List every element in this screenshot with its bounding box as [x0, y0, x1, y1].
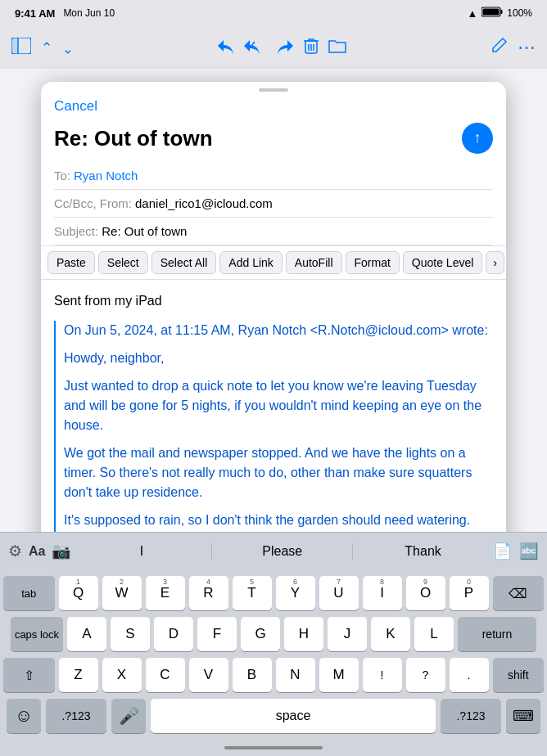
doc-icon[interactable]: 📄 — [493, 542, 513, 560]
format-button[interactable]: Format — [346, 251, 400, 274]
to-field[interactable]: To: Ryan Notch — [54, 162, 493, 190]
key-e[interactable]: 3E — [146, 576, 185, 610]
key-w[interactable]: 2W — [102, 576, 142, 610]
space-key[interactable]: space — [151, 699, 436, 733]
key-b[interactable]: B — [233, 658, 272, 692]
predictive-bar: ⚙ Aa 📷 I Please Thank 📄 🔤 — [0, 532, 547, 569]
compose-icon[interactable] — [490, 37, 508, 59]
mic-key[interactable]: 🎤 — [111, 699, 146, 733]
subject-label: Subject: — [54, 224, 98, 238]
status-icons: ▲ 100% — [467, 6, 532, 20]
cc-bcc-value: daniel_rico1@icloud.com — [135, 196, 273, 210]
num-switch-key[interactable]: .?123 — [46, 699, 106, 733]
emoji-key[interactable]: ☺ — [7, 699, 41, 733]
settings-icon[interactable]: ⚙ — [8, 542, 22, 560]
key-i[interactable]: 8I — [363, 576, 402, 610]
paste-button[interactable]: Paste — [47, 251, 95, 274]
key-t[interactable]: 5T — [233, 576, 272, 610]
forward-icon[interactable] — [275, 38, 295, 58]
cc-bcc-field[interactable]: Cc/Bcc, From: daniel_rico1@icloud.com — [54, 190, 493, 218]
edit-toolbar: Paste Select Select All Add Link AutoFil… — [41, 246, 506, 280]
key-m[interactable]: M — [319, 658, 359, 692]
key-c[interactable]: C — [146, 658, 185, 692]
delete-key[interactable]: ⌫ — [493, 576, 545, 610]
key-r[interactable]: 4R — [189, 576, 228, 610]
trash-icon[interactable] — [303, 37, 319, 59]
pred-word-2[interactable]: Please — [212, 541, 352, 562]
key-f[interactable]: F — [197, 617, 237, 651]
wifi-icon: ▲ — [467, 7, 477, 20]
key-row-3: ⇧ Z X C V B N M ! ? . shift — [3, 658, 544, 692]
status-time: 9:41 AM — [15, 7, 55, 20]
key-g[interactable]: G — [241, 617, 280, 651]
pred-word-1[interactable]: I — [71, 541, 211, 562]
quoted-p1: Howdy, neighbor, — [64, 349, 493, 368]
key-u[interactable]: 7U — [319, 576, 359, 610]
key-n[interactable]: N — [276, 658, 315, 692]
quoted-text: On Jun 5, 2024, at 11:15 AM, Ryan Notch … — [54, 321, 493, 550]
key-a[interactable]: A — [67, 617, 106, 651]
send-button[interactable]: ↑ — [462, 123, 493, 154]
svg-rect-2 — [483, 9, 500, 16]
key-k[interactable]: K — [371, 617, 410, 651]
handle-bar — [259, 88, 288, 92]
key-o[interactable]: 9O — [406, 576, 445, 610]
svg-rect-4 — [11, 38, 18, 54]
key-q[interactable]: 1Q — [59, 576, 98, 610]
autofill-button[interactable]: AutoFill — [286, 251, 342, 274]
folder-icon[interactable] — [328, 38, 347, 58]
sidebar-icon[interactable] — [11, 38, 31, 58]
more-icon[interactable]: ⋯ — [518, 37, 536, 58]
chevron-down-icon[interactable]: ⌃ — [62, 39, 74, 56]
key-period[interactable]: . — [450, 658, 489, 692]
key-bottom-row: ☺ .?123 🎤 space .?123 ⌨ — [3, 699, 544, 733]
reply-all-icon[interactable] — [244, 38, 267, 58]
pred-word-3[interactable]: Thank — [353, 541, 493, 562]
add-link-button[interactable]: Add Link — [219, 251, 282, 274]
key-row-2: caps lock A S D F G H J K L return — [3, 617, 544, 651]
key-quest[interactable]: ? — [406, 658, 445, 692]
subject-value: Re: Out of town — [102, 224, 187, 238]
emoji-icon: ☺ — [15, 705, 33, 727]
home-indicator — [0, 740, 547, 756]
return-key[interactable]: return — [458, 617, 536, 651]
key-y[interactable]: 6Y — [276, 576, 315, 610]
chevron-up-icon[interactable]: ⌃ — [41, 39, 52, 56]
battery-percent: 100% — [507, 7, 532, 19]
tab-key[interactable]: tab — [3, 576, 55, 610]
key-s[interactable]: S — [111, 617, 150, 651]
home-bar — [224, 746, 323, 749]
keyboard-icon: ⌨ — [513, 707, 534, 725]
to-label: To: — [54, 169, 70, 182]
quoted-p3: We got the mail and newspaper stopped. A… — [64, 443, 493, 502]
caps-lock-key[interactable]: caps lock — [11, 617, 63, 651]
key-p[interactable]: 0P — [450, 576, 489, 610]
select-all-button[interactable]: Select All — [151, 251, 217, 274]
keyboard-switch-key[interactable]: ⌨ — [506, 699, 540, 733]
font-size-icon[interactable]: Aa — [29, 544, 45, 559]
shift-left-key[interactable]: ⇧ — [3, 658, 55, 692]
shift-right-key[interactable]: shift — [493, 658, 545, 692]
svg-rect-1 — [501, 10, 503, 14]
key-j[interactable]: J — [328, 617, 367, 651]
send-arrow-icon: ↑ — [474, 129, 481, 146]
select-button[interactable]: Select — [98, 251, 148, 274]
key-z[interactable]: Z — [59, 658, 98, 692]
num-switch-key-2[interactable]: .?123 — [441, 699, 501, 733]
quote-level-button[interactable]: Quote Level — [403, 251, 483, 274]
key-h[interactable]: H — [284, 617, 323, 651]
key-l[interactable]: L — [414, 617, 454, 651]
font-icon[interactable]: 🔤 — [519, 542, 539, 560]
more-toolbar-button[interactable]: › — [486, 251, 504, 274]
predictive-words: I Please Thank — [71, 541, 493, 562]
cc-bcc-label: Cc/Bcc, From: — [54, 196, 132, 210]
key-excl[interactable]: ! — [363, 658, 402, 692]
subject-field[interactable]: Subject: Re: Out of town — [54, 218, 493, 245]
key-d[interactable]: D — [154, 617, 193, 651]
cancel-button[interactable]: Cancel — [41, 95, 111, 121]
key-x[interactable]: X — [102, 658, 142, 692]
key-v[interactable]: V — [189, 658, 228, 692]
status-date: Mon Jun 10 — [63, 7, 115, 19]
reply-icon[interactable] — [216, 38, 236, 58]
camera-icon[interactable]: 📷 — [52, 542, 71, 560]
